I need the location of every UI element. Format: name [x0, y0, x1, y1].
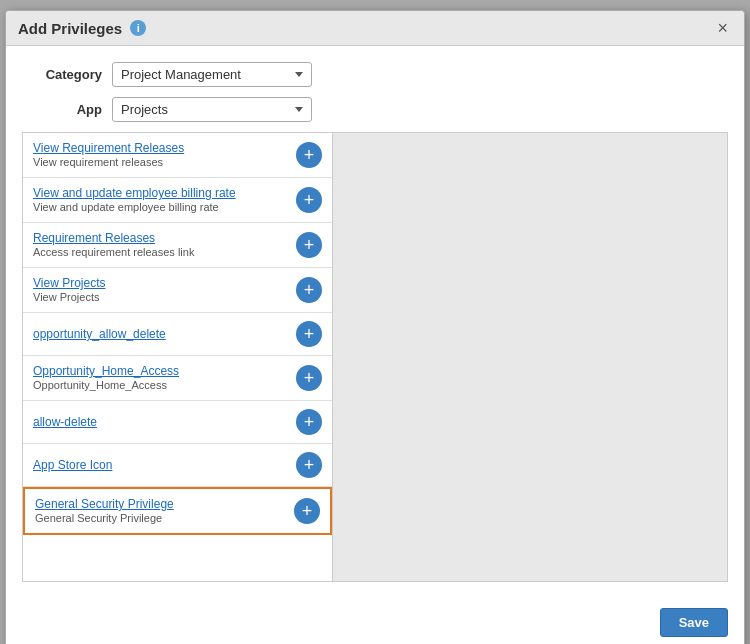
privilege-description: View requirement releases [33, 156, 163, 168]
close-button[interactable]: × [713, 19, 732, 37]
privilege-name[interactable]: Opportunity_Home_Access [33, 364, 288, 378]
list-item[interactable]: Opportunity_Home_AccessOpportunity_Home_… [23, 356, 332, 401]
modal-header: Add Privileges i × [6, 11, 744, 46]
category-select[interactable]: Project Management [112, 62, 312, 87]
list-item[interactable]: View Requirement ReleasesView requiremen… [23, 133, 332, 178]
privilege-name[interactable]: View Requirement Releases [33, 141, 288, 155]
category-label: Category [22, 67, 102, 82]
privilege-description: Opportunity_Home_Access [33, 379, 167, 391]
privileges-list: View Requirement ReleasesView requiremen… [23, 133, 333, 581]
add-privilege-button[interactable]: + [296, 409, 322, 435]
list-item[interactable]: Requirement ReleasesAccess requirement r… [23, 223, 332, 268]
modal-title: Add Privileges [18, 20, 122, 37]
privilege-name[interactable]: Requirement Releases [33, 231, 288, 245]
privilege-text: opportunity_allow_delete [33, 327, 288, 341]
privilege-name[interactable]: App Store Icon [33, 458, 288, 472]
selected-privileges-panel [333, 133, 727, 581]
add-privilege-button[interactable]: + [296, 187, 322, 213]
privilege-name[interactable]: allow-delete [33, 415, 288, 429]
privilege-description: Access requirement releases link [33, 246, 194, 258]
app-row: App Projects [22, 97, 728, 122]
privilege-text: View Requirement ReleasesView requiremen… [33, 141, 288, 169]
list-item[interactable]: View ProjectsView Projects+ [23, 268, 332, 313]
privilege-name[interactable]: View and update employee billing rate [33, 186, 288, 200]
modal-footer: Save [6, 598, 744, 644]
add-privileges-modal: Add Privileges i × Category Project Mana… [5, 10, 745, 644]
privilege-name[interactable]: opportunity_allow_delete [33, 327, 288, 341]
list-item[interactable]: allow-delete+ [23, 401, 332, 444]
add-privilege-button[interactable]: + [296, 321, 322, 347]
privilege-text: Requirement ReleasesAccess requirement r… [33, 231, 288, 259]
privilege-description: View and update employee billing rate [33, 201, 219, 213]
save-button[interactable]: Save [660, 608, 728, 637]
content-area: View Requirement ReleasesView requiremen… [22, 132, 728, 582]
privilege-description: General Security Privilege [35, 512, 162, 524]
list-item[interactable]: View and update employee billing rateVie… [23, 178, 332, 223]
add-privilege-button[interactable]: + [296, 142, 322, 168]
add-privilege-button[interactable]: + [296, 232, 322, 258]
modal-body: Category Project Management App Projects… [6, 46, 744, 598]
modal-overlay: Add Privileges i × Category Project Mana… [0, 0, 750, 644]
add-privilege-button[interactable]: + [296, 365, 322, 391]
privilege-text: Opportunity_Home_AccessOpportunity_Home_… [33, 364, 288, 392]
list-item[interactable]: General Security PrivilegeGeneral Securi… [23, 487, 332, 535]
privilege-name[interactable]: View Projects [33, 276, 288, 290]
privilege-text: allow-delete [33, 415, 288, 429]
info-icon[interactable]: i [130, 20, 146, 36]
privilege-name[interactable]: General Security Privilege [35, 497, 286, 511]
list-item[interactable]: opportunity_allow_delete+ [23, 313, 332, 356]
app-label: App [22, 102, 102, 117]
app-select[interactable]: Projects [112, 97, 312, 122]
privilege-text: App Store Icon [33, 458, 288, 472]
category-row: Category Project Management [22, 62, 728, 87]
privilege-description: View Projects [33, 291, 99, 303]
list-item[interactable]: App Store Icon+ [23, 444, 332, 487]
add-privilege-button[interactable]: + [296, 277, 322, 303]
privilege-text: General Security PrivilegeGeneral Securi… [35, 497, 286, 525]
add-privilege-button[interactable]: + [296, 452, 322, 478]
modal-title-area: Add Privileges i [18, 20, 146, 37]
add-privilege-button[interactable]: + [294, 498, 320, 524]
privilege-text: View and update employee billing rateVie… [33, 186, 288, 214]
privilege-text: View ProjectsView Projects [33, 276, 288, 304]
